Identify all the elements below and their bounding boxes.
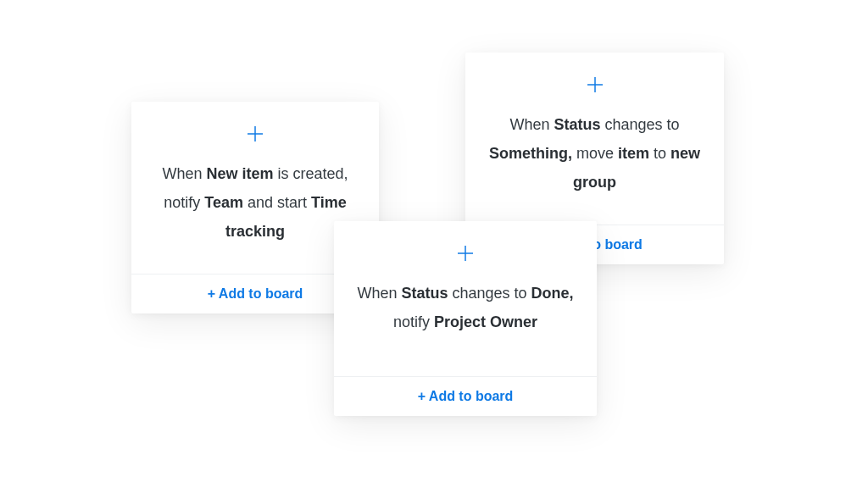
plus-icon: [585, 75, 605, 95]
add-to-board-button[interactable]: + Add to board: [418, 389, 514, 404]
add-to-board-button[interactable]: + Add to board: [208, 286, 303, 302]
plus-icon: [245, 124, 265, 144]
automation-rule-text: When New item is created, notify Team an…: [148, 159, 362, 247]
card-footer: + Add to board: [334, 376, 597, 416]
automation-rule-text: When Status changes to Done, notify Proj…: [351, 279, 580, 336]
plus-icon: [455, 243, 476, 263]
card-body: When Status changes to Done, notify Proj…: [334, 221, 597, 376]
card-body: When Status changes to Something, move i…: [465, 53, 724, 225]
automation-rule-text: When Status changes to Something, move i…: [482, 110, 707, 197]
automation-card: When Status changes to Done, notify Proj…: [334, 221, 597, 416]
